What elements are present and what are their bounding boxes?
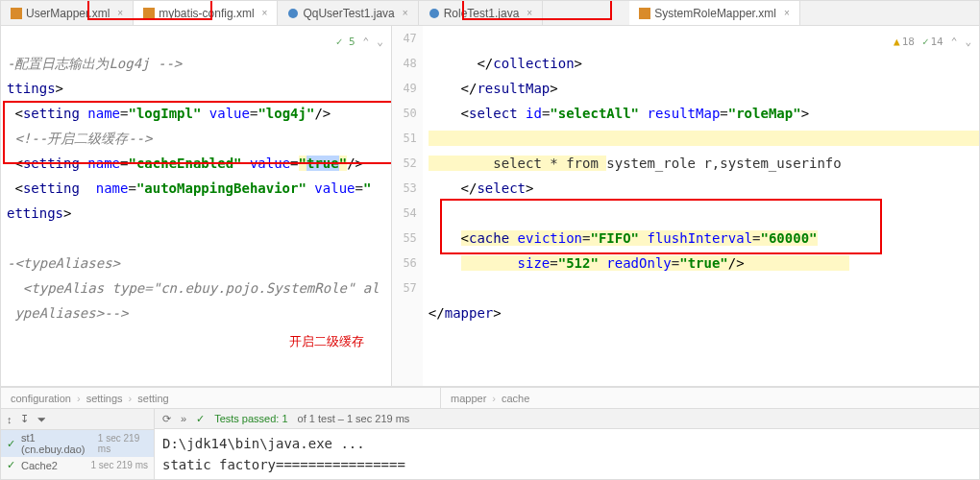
tab-label: mybatis-config.xml	[159, 7, 254, 20]
test-node[interactable]: ✓ st1 (cn.ebuy.dao) 1 sec 219 ms	[1, 430, 154, 457]
svg-point-3	[429, 9, 439, 18]
close-icon[interactable]: ×	[784, 8, 790, 18]
xml-file-icon	[639, 8, 650, 19]
svg-rect-4	[639, 8, 650, 19]
annotation-text: 开启二级缓存	[289, 329, 364, 354]
chevron-down-icon[interactable]: »	[181, 413, 186, 424]
close-icon[interactable]: ×	[403, 8, 408, 18]
tab-systemrolemapper[interactable]: SystemRoleMapper.xml ×	[629, 1, 800, 25]
java-file-icon	[429, 8, 440, 19]
breadcrumbs-right[interactable]: mapper › cache	[441, 387, 979, 408]
line-gutter: 47 48 49 50 51 52 53 54 55 56 57	[392, 26, 423, 386]
chevron-right-icon: ›	[129, 393, 133, 404]
code-content-left: -配置日志输出为Log4j --> ttings> <setting name=…	[1, 26, 391, 386]
svg-rect-1	[143, 8, 155, 19]
close-icon[interactable]: ×	[262, 8, 268, 18]
highlight-box-code-right	[440, 199, 882, 254]
chevron-right-icon: ›	[492, 393, 496, 404]
breadcrumb-item[interactable]: settings	[86, 393, 123, 404]
tests-passed-tail: of 1 test – 1 sec 219 ms	[298, 413, 410, 424]
code-content-right: </collection> </resultMap> <select id="s…	[423, 26, 979, 386]
svg-rect-0	[11, 8, 22, 19]
breadcrumbs-left[interactable]: configuration › settings › setting	[1, 387, 441, 408]
pass-icon: ✓	[196, 413, 205, 425]
expand-icon[interactable]: ↧	[20, 413, 29, 425]
console-line: static factory================	[162, 457, 405, 472]
close-icon[interactable]: ×	[527, 8, 532, 18]
tab-label: SystemRoleMapper.xml	[654, 7, 776, 20]
code-area-right[interactable]: 18 14 ⌃ ⌄ 47 48 49 50 51 52 53 54 55 56 …	[392, 26, 979, 386]
run-panel: ↕ ↧ ⏷ ✓ st1 (cn.ebuy.dao) 1 sec 219 ms ✓…	[1, 408, 979, 479]
run-tree-toolbar: ↕ ↧ ⏷	[1, 409, 154, 430]
java-file-icon	[287, 8, 299, 19]
svg-point-2	[288, 9, 298, 18]
tab-label: UserMapper.xml	[26, 7, 110, 20]
run-toolbar: ⟳ » ✓ Tests passed: 1 of 1 test – 1 sec …	[155, 409, 979, 429]
tab-label: RoleTest1.java	[444, 7, 520, 20]
tab-mybatis-config[interactable]: mybatis-config.xml ×	[134, 1, 278, 25]
editor-left: ✓ 5 ⌃ ⌄ -配置日志输出为Log4j --> ttings> <setti…	[1, 26, 392, 386]
tests-passed-label: Tests passed: 1	[214, 413, 287, 424]
code-line: ttings	[7, 81, 56, 96]
collapse-icon[interactable]: ↕	[7, 414, 12, 425]
test-node[interactable]: ✓ Cache2 1 sec 219 ms	[1, 457, 154, 473]
editor-right: 18 14 ⌃ ⌄ 47 48 49 50 51 52 53 54 55 56 …	[392, 26, 979, 386]
pass-icon: ✓	[7, 438, 15, 450]
tab-roletest1[interactable]: RoleTest1.java ×	[419, 1, 544, 25]
close-icon[interactable]: ×	[117, 8, 123, 18]
chevron-right-icon: ›	[77, 393, 81, 404]
pass-icon: ✓	[7, 459, 15, 471]
test-duration: 1 sec 219 ms	[91, 460, 148, 470]
test-row-label: Cache2	[21, 460, 58, 471]
xml-file-icon	[11, 8, 22, 19]
breadcrumb-item[interactable]: configuration	[11, 393, 71, 404]
history-icon[interactable]: ⟳	[162, 413, 171, 425]
code-line: -配置日志输出为Log4j -->	[7, 56, 182, 71]
breadcrumb-item[interactable]: cache	[502, 393, 529, 404]
tab-usermapper[interactable]: UserMapper.xml ×	[1, 1, 134, 25]
test-row-label: st1 (cn.ebuy.dao)	[21, 432, 92, 455]
code-area-left[interactable]: ✓ 5 ⌃ ⌄ -配置日志输出为Log4j --> ttings> <setti…	[1, 26, 391, 386]
run-tree[interactable]: ↕ ↧ ⏷ ✓ st1 (cn.ebuy.dao) 1 sec 219 ms ✓…	[1, 409, 155, 479]
tab-qqusertest1[interactable]: QqUserTest1.java ×	[278, 1, 418, 25]
breadcrumb-item[interactable]: mapper	[451, 393, 486, 404]
tab-label: QqUserTest1.java	[303, 7, 394, 20]
test-duration: 1 sec 219 ms	[98, 433, 148, 454]
breadcrumb-item[interactable]: setting	[137, 393, 168, 404]
filter-icon[interactable]: ⏷	[37, 414, 47, 425]
editor-tabbar: UserMapper.xml × mybatis-config.xml × Qq…	[1, 1, 979, 26]
xml-file-icon	[143, 8, 155, 19]
console-line: D:\jdk14\bin\java.exe ...	[162, 436, 365, 451]
console-output[interactable]: D:\jdk14\bin\java.exe ... static factory…	[155, 429, 979, 479]
